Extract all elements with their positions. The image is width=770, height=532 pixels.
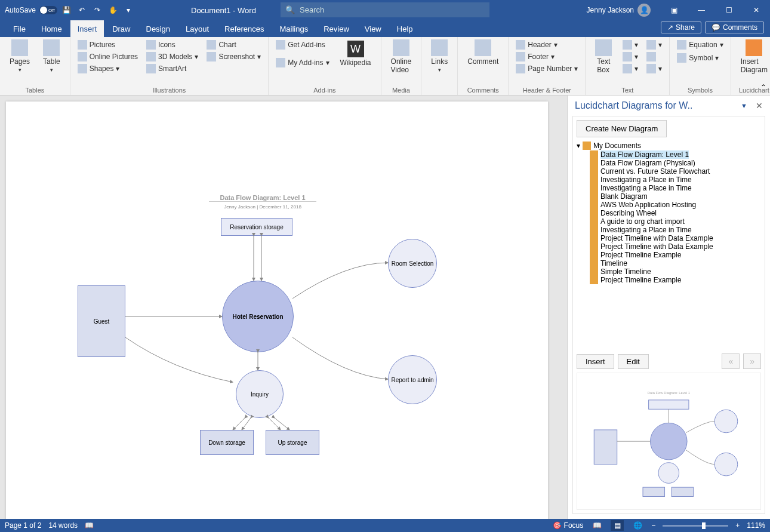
online-video-button[interactable]: Online Video (386, 39, 417, 74)
screenshot-button[interactable]: Screenshot ▾ (204, 51, 263, 62)
links-button[interactable]: Links▾ (426, 39, 452, 73)
read-mode-icon[interactable]: 📖 (590, 520, 603, 531)
header-button[interactable]: Header ▾ (513, 39, 580, 50)
shapes-button[interactable]: Shapes ▾ (75, 63, 140, 74)
panel-edit-button[interactable]: Edit (618, 354, 649, 369)
date-time-button[interactable] (644, 51, 664, 62)
comments-button[interactable]: 💬Comments (705, 21, 764, 33)
user-account[interactable]: Jenny Jackson 👤 (587, 4, 651, 17)
document-canvas[interactable]: Data Flow Diagram: Level 1 Jenny Jackson… (0, 96, 567, 519)
tree-item[interactable]: Project Timeline with Data Example (577, 242, 761, 251)
tab-review[interactable]: Review (316, 20, 356, 37)
panel-insert-button[interactable]: Insert (577, 354, 614, 369)
equation-button[interactable]: Equation ▾ (674, 39, 725, 50)
diagram-tree[interactable]: ▾My Documents Data Flow Diagram: Level 1… (577, 141, 761, 350)
pictures-button[interactable]: Pictures (75, 39, 140, 50)
web-layout-icon[interactable]: 🌐 (631, 520, 644, 531)
tree-item[interactable]: AWS Web Application Hosting (577, 201, 761, 209)
create-new-diagram-button[interactable]: Create New Diagram (577, 120, 667, 137)
wordart-button[interactable]: ▾ (620, 51, 640, 62)
tab-insert[interactable]: Insert (70, 20, 104, 37)
online-pictures-button[interactable]: Online Pictures (75, 51, 140, 62)
quick-parts-button[interactable]: ▾ (620, 39, 640, 50)
collapse-ribbon-icon[interactable]: ⌃ (760, 83, 766, 91)
lucidchart-panel: Lucidchart Diagrams for W.. ▼ ✕ Create N… (567, 96, 770, 519)
textbox-button[interactable]: Text Box (590, 39, 617, 74)
tree-root[interactable]: ▾My Documents (577, 141, 761, 150)
diagram-title: Data Flow Diagram: Level 1 (209, 194, 316, 202)
touch-mode-icon[interactable]: ✋ (106, 4, 119, 17)
document-icon (590, 159, 598, 167)
smartart-button[interactable]: SmartArt (144, 63, 201, 74)
maximize-icon[interactable]: ☐ (715, 0, 743, 20)
chart-button[interactable]: Chart (204, 39, 263, 50)
symbol-button[interactable]: Symbol ▾ (674, 53, 725, 63)
comment-button[interactable]: Comment (463, 39, 503, 66)
insert-diagram-button[interactable]: Insert Diagram (736, 39, 770, 74)
tab-design[interactable]: Design (139, 20, 177, 37)
tree-item[interactable]: Investigating a Place in Time (577, 184, 761, 192)
tab-mailings[interactable]: Mailings (273, 20, 316, 37)
zoom-in-button[interactable]: + (735, 521, 740, 530)
status-page[interactable]: Page 1 of 2 (5, 521, 41, 530)
zoom-out-button[interactable]: − (651, 521, 655, 530)
panel-close-icon[interactable]: ✕ (756, 101, 763, 110)
page-number-button[interactable]: Page Number ▾ (513, 63, 580, 74)
tree-item[interactable]: Timeline (577, 259, 761, 267)
redo-icon[interactable]: ↷ (91, 4, 104, 17)
quickaccess-more-icon[interactable]: ▾ (122, 4, 135, 17)
signature-line-button[interactable]: ▾ (644, 39, 664, 50)
footer-button[interactable]: Footer ▾ (513, 51, 580, 62)
svg-line-7 (275, 418, 289, 430)
focus-mode-button[interactable]: 🎯 Focus (553, 521, 583, 530)
tree-item[interactable]: Current vs. Future State Flowchart (577, 167, 761, 176)
get-addins-button[interactable]: Get Add-ins (273, 39, 331, 50)
tree-item[interactable]: Project Timeline Example (577, 251, 761, 259)
tree-item[interactable]: Data Flow Diagram: Level 1 (577, 150, 761, 159)
tab-layout[interactable]: Layout (178, 20, 216, 37)
panel-prev-button[interactable]: « (722, 353, 740, 369)
my-addins-button[interactable]: My Add-ins ▾ (273, 57, 331, 68)
share-button[interactable]: ↗Share (661, 21, 701, 33)
tree-item[interactable]: Project Timeline with Data Example (577, 234, 761, 242)
tab-view[interactable]: View (358, 20, 389, 37)
tree-item[interactable]: Describing Wheel (577, 209, 761, 217)
status-words[interactable]: 14 words (48, 521, 78, 530)
print-layout-icon[interactable]: ▤ (611, 520, 624, 531)
tab-references[interactable]: References (217, 20, 271, 37)
tab-home[interactable]: Home (34, 20, 69, 37)
ribbon-display-icon[interactable]: ▣ (660, 0, 688, 20)
close-icon[interactable]: ✕ (743, 0, 770, 20)
panel-next-button[interactable]: » (743, 353, 761, 369)
autosave-toggle[interactable]: AutoSave Off (5, 6, 57, 14)
tree-item[interactable]: Data Flow Diagram (Physical) (577, 159, 761, 167)
undo-icon[interactable]: ↶ (75, 4, 88, 17)
panel-menu-icon[interactable]: ▼ (741, 102, 747, 109)
minimize-icon[interactable]: — (688, 0, 715, 20)
table-button[interactable]: Table▾ (38, 39, 65, 73)
save-icon[interactable]: 💾 (60, 4, 73, 17)
icons-button[interactable]: Icons (144, 39, 201, 50)
tree-item[interactable]: Investigating a Place in Time (577, 226, 761, 234)
tree-item[interactable]: Project Timeline Example (577, 276, 761, 284)
tree-item[interactable]: Investigating a Place in Time (577, 176, 761, 184)
wikipedia-button[interactable]: WWikipedia (335, 39, 376, 68)
zoom-slider[interactable] (663, 525, 728, 527)
proofing-icon[interactable]: 📖 (85, 521, 94, 530)
drop-cap-button[interactable]: ▾ (620, 63, 640, 74)
zoom-level[interactable]: 111% (747, 521, 765, 530)
search-input[interactable]: 🔍 Search (281, 2, 489, 17)
pages-button[interactable]: Pages▾ (5, 39, 35, 73)
tree-item[interactable]: Blank Diagram (577, 192, 761, 201)
tab-file[interactable]: File (6, 20, 33, 37)
page-number-icon (516, 64, 525, 73)
tab-help[interactable]: Help (390, 20, 420, 37)
svg-rect-14 (643, 487, 665, 496)
search-icon: 🔍 (285, 5, 295, 14)
tab-draw[interactable]: Draw (105, 20, 137, 37)
diagram-subtitle: Jenny Jackson | December 11, 2018 (209, 204, 316, 210)
object-button[interactable]: ▾ (644, 63, 664, 74)
3d-models-button[interactable]: 3D Models ▾ (144, 51, 201, 62)
tree-item[interactable]: Simple Timeline (577, 267, 761, 276)
tree-item[interactable]: A guide to org chart import (577, 217, 761, 226)
